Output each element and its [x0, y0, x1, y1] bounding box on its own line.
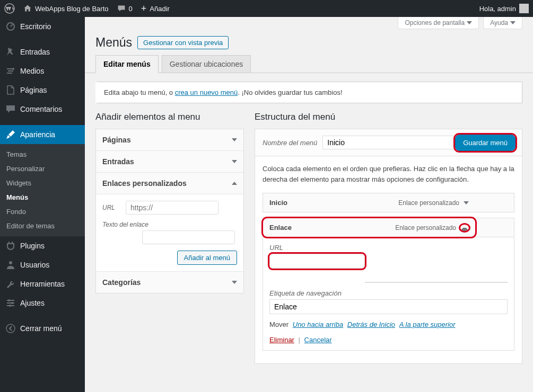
comments-link[interactable]: 0 — [117, 4, 133, 13]
sidebar-item-label: Herramientas — [20, 280, 65, 288]
url-label: URL — [269, 244, 508, 252]
svg-point-3 — [9, 261, 12, 264]
menu-item-bar[interactable]: Enlace Enlace personalizado — [263, 218, 475, 237]
appearance-submenu: Temas Personalizar Widgets Menús Fondo E… — [0, 144, 85, 236]
cancel-item-link[interactable]: Cancelar — [304, 336, 332, 344]
sidebar-item-dashboard[interactable]: Escritorio — [0, 17, 85, 36]
chevron-down-icon — [232, 160, 237, 163]
item-action-links: Eliminar | Cancelar — [269, 336, 508, 344]
help-button[interactable]: Ayuda — [483, 17, 522, 29]
sidebar-item-plugins[interactable]: Plugins — [0, 236, 85, 255]
sidebar-item-appearance[interactable]: Apariencia — [0, 125, 85, 144]
menu-item-title: Inicio — [269, 199, 287, 207]
chevron-up-icon — [232, 182, 237, 185]
menu-edit-panel: Nombre del menú Guardar menú Coloca cada… — [255, 129, 522, 364]
submenu-theme-editor[interactable]: Editor de temas — [0, 219, 85, 233]
svg-point-6 — [9, 305, 11, 307]
wp-logo[interactable] — [4, 3, 15, 14]
menu-item-settings: URL Etiqueta de navegación Mover Uno hac… — [263, 237, 514, 350]
menu-instructions: Coloca cada elemento en el orden que pre… — [263, 164, 514, 184]
sidebar-item-label: Cerrar menú — [20, 324, 62, 333]
sidebar-item-label: Páginas — [20, 86, 47, 94]
submenu-widgets[interactable]: Widgets — [0, 176, 85, 190]
move-up-link[interactable]: Uno hacia arriba — [293, 320, 343, 328]
add-new-link[interactable]: + Añadir — [141, 3, 170, 14]
svg-point-5 — [11, 302, 13, 304]
add-to-menu-button[interactable]: Añadir al menú — [177, 251, 237, 265]
sidebar-item-tools[interactable]: Herramientas — [0, 274, 85, 293]
sidebar-item-settings[interactable]: Ajustes — [0, 293, 85, 313]
sidebar-item-media[interactable]: Medios — [0, 61, 85, 81]
add-items-accordion: Páginas Entradas Enlaces personalizados … — [95, 129, 244, 293]
sidebar-item-label: Medios — [20, 67, 44, 75]
create-new-menu-link[interactable]: crea un nuevo menú — [175, 88, 238, 96]
tab-edit-menus[interactable]: Editar menús — [95, 55, 159, 73]
admin-sidebar: Escritorio Entradas Medios Páginas Comen… — [0, 17, 85, 392]
url-label: URL — [102, 204, 115, 211]
custom-link-text-input[interactable] — [142, 230, 235, 244]
wrench-icon — [5, 279, 16, 289]
sidebar-item-label: Apariencia — [20, 130, 55, 139]
save-menu-button[interactable]: Guardar menú — [455, 135, 515, 151]
chevron-down-icon — [467, 21, 472, 24]
submenu-themes[interactable]: Temas — [0, 147, 85, 162]
accordion-posts[interactable]: Entradas — [96, 151, 243, 173]
menu-item-url-input[interactable] — [269, 254, 365, 269]
menu-name-input[interactable] — [322, 136, 460, 149]
sliders-icon — [5, 298, 16, 308]
sidebar-item-collapse[interactable]: Cerrar menú — [0, 319, 85, 338]
nav-tabs: Editar menús Gestionar ubicaciones — [85, 55, 533, 73]
menu-item-inicio: Inicio Enlace personalizado — [263, 193, 514, 212]
page-title: Menús — [95, 35, 132, 50]
sidebar-item-label: Entradas — [20, 48, 50, 56]
svg-point-2 — [12, 68, 14, 70]
custom-link-url-input[interactable] — [126, 201, 219, 215]
accordion-categories[interactable]: Categorías — [96, 272, 243, 293]
screen-options-button[interactable]: Opciones de pantalla — [398, 17, 479, 29]
menu-item-bar[interactable]: Inicio Enlace personalizado — [263, 193, 475, 212]
pin-icon — [5, 47, 16, 57]
greeting-label: Hola, admin — [479, 5, 516, 13]
svg-point-4 — [8, 299, 10, 301]
chevron-up-icon — [460, 225, 469, 231]
chevron-down-icon — [510, 21, 515, 24]
submenu-background[interactable]: Fondo — [0, 204, 85, 219]
menu-item-title: Enlace — [269, 224, 292, 231]
comments-count: 0 — [129, 5, 133, 13]
page-icon — [5, 85, 16, 95]
menu-name-label: Nombre del menú — [263, 139, 317, 147]
user-icon — [5, 260, 16, 270]
move-top-link[interactable]: A la parte superior — [399, 320, 456, 328]
add-new-label: Añadir — [150, 5, 170, 13]
plug-icon — [5, 240, 16, 251]
chevron-down-icon — [232, 138, 237, 141]
accordion-custom-links[interactable]: Enlaces personalizados — [96, 173, 243, 194]
move-row: Mover Uno hacia arriba Detrás de Inicio … — [269, 320, 508, 328]
sidebar-item-label: Usuarios — [20, 261, 49, 269]
move-under-link[interactable]: Detrás de Inicio — [347, 320, 395, 328]
brush-icon — [5, 129, 16, 140]
nav-label: Etiqueta de navegación — [269, 289, 508, 297]
submenu-menus[interactable]: Menús — [0, 190, 85, 204]
sidebar-item-users[interactable]: Usuarios — [0, 255, 85, 274]
link-text-label: Texto del enlace — [102, 221, 237, 228]
manage-live-preview-button[interactable]: Gestionar con vista previa — [137, 36, 229, 49]
svg-point-7 — [6, 324, 15, 333]
accordion-pages[interactable]: Páginas — [96, 129, 243, 151]
site-name-link[interactable]: WebApps Blog de Barto — [23, 4, 109, 13]
submenu-customize[interactable]: Personalizar — [0, 162, 85, 176]
custom-links-panel: URL Texto del enlace Añadir al menú — [96, 194, 243, 272]
structure-title: Estructura del menú — [255, 112, 522, 122]
collapse-icon — [5, 323, 16, 334]
chevron-down-icon — [232, 281, 237, 284]
sidebar-item-comments[interactable]: Comentarios — [0, 100, 85, 119]
sidebar-item-posts[interactable]: Entradas — [0, 42, 85, 61]
delete-item-link[interactable]: Eliminar — [269, 336, 294, 344]
tab-manage-locations[interactable]: Gestionar ubicaciones — [162, 55, 251, 73]
menu-item-nav-label-input[interactable] — [269, 299, 508, 314]
comment-icon — [5, 104, 16, 114]
account-link[interactable]: Hola, admin — [479, 4, 529, 13]
avatar — [519, 4, 529, 13]
chevron-down-icon — [464, 201, 469, 204]
sidebar-item-pages[interactable]: Páginas — [0, 81, 85, 100]
